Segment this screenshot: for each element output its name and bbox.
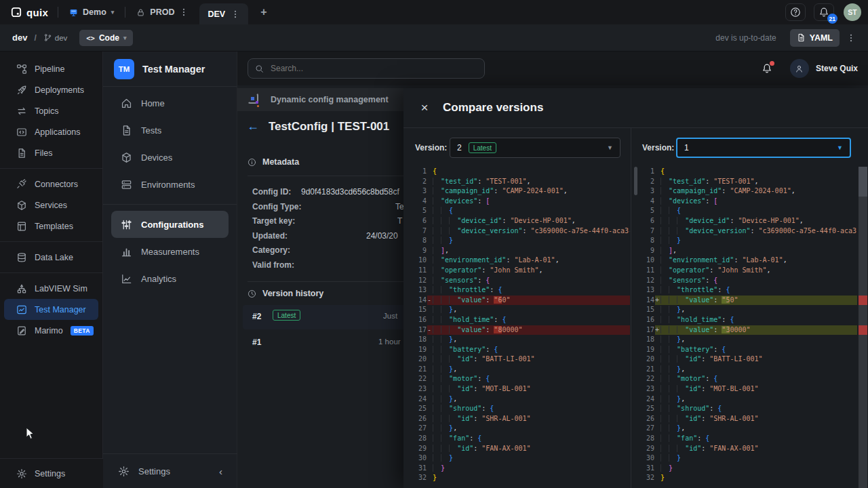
code-text: }, (660, 335, 685, 345)
tm-sidebar-item-devices[interactable]: Devices (111, 144, 229, 171)
sidebar-item-services[interactable]: Services (4, 195, 98, 216)
env-tab-dev[interactable]: DEV (199, 3, 248, 24)
project-name[interactable]: dev (12, 33, 27, 43)
collapse-sidebar-icon[interactable]: ‹ (219, 466, 222, 477)
sidebar-item-test-manager[interactable]: Test Manager (4, 299, 98, 320)
tm-sidebar-item-measurements[interactable]: Measurements (111, 238, 229, 265)
kebab-menu-icon[interactable] (846, 33, 856, 43)
version-row-1[interactable]: #11 hour (243, 331, 414, 355)
help-button[interactable] (785, 3, 806, 21)
env-tab-prod[interactable]: PROD (131, 7, 194, 17)
sidebar-item-data-lake[interactable]: Data Lake (4, 247, 98, 268)
sidebar-item-applications[interactable]: Applications (4, 121, 98, 142)
mouse-cursor (26, 427, 35, 441)
analytics-icon (121, 273, 132, 285)
diff-editor-left[interactable]: 1{2 "test_id": "TEST-001",3 "campaign_id… (403, 167, 630, 488)
divider (248, 281, 429, 282)
scrollbar-thumb-left[interactable] (634, 167, 637, 195)
workspace-switcher[interactable]: Demo ▾ (64, 7, 119, 17)
sidebar-item-templates[interactable]: Templates (4, 216, 98, 237)
user-avatar[interactable] (790, 59, 809, 78)
code-text: "device_version": "c369000c-a75e-44f0-ac… (433, 226, 630, 237)
tm-sidebar-item-label: Home (141, 98, 165, 108)
code-line: 27 }, (631, 424, 857, 434)
sidebar-item-marimo[interactable]: MarimoBETA (4, 320, 98, 341)
sidebar-item-topics[interactable]: Topics (4, 100, 98, 121)
quix-logo[interactable]: quix (7, 7, 52, 18)
diff-editor-right[interactable]: 1{2 "test_id": "TEST-001",3 "campaign_id… (631, 167, 857, 488)
kebab-menu-icon[interactable] (179, 7, 189, 17)
compare-panel-header: × Compare versions (403, 88, 868, 127)
line-number: 19 (631, 345, 655, 355)
app-notifications-button[interactable] (762, 63, 772, 74)
version-row-2[interactable]: #2LatestJust (243, 305, 414, 329)
code-text: }, (660, 394, 685, 405)
divider (403, 127, 868, 128)
metadata-label: Target key: (252, 216, 295, 226)
notifications-button[interactable]: 21 (814, 3, 834, 21)
code-text: "id": "BATT-LI-001" (433, 354, 535, 365)
search-input[interactable] (269, 63, 459, 74)
code-text: "campaign_id": "CAMP-2024-001", (433, 186, 568, 197)
diff-sign (427, 256, 433, 266)
tm-sidebar-footer[interactable]: Settings ‹ (103, 453, 237, 488)
search-box[interactable] (248, 58, 485, 79)
tm-sidebar-item-analytics[interactable]: Analytics (111, 265, 229, 292)
line-number: 23 (403, 384, 427, 394)
brand-name: quix (26, 7, 48, 18)
new-env-tab-button[interactable]: + (254, 6, 273, 18)
metadata-section-header: Metadata (248, 157, 299, 167)
line-number: 19 (403, 345, 427, 355)
code-line: 29 "id": "FAN-AX-001" (631, 444, 857, 454)
branch-selector[interactable]: dev (43, 33, 68, 42)
sidebar-item-deployments[interactable]: Deployments (4, 79, 98, 100)
version-select-left[interactable]: 2 Latest ▼ (450, 138, 620, 158)
sidebar-item-connectors[interactable]: Connectors (4, 174, 98, 195)
code-line: 25 "shroud": { (631, 404, 857, 414)
user-avatar[interactable]: ST (844, 3, 861, 21)
diff-sign (427, 414, 433, 424)
kebab-menu-icon[interactable] (231, 9, 240, 19)
quix-logo-icon (11, 7, 22, 18)
code-view-button[interactable]: <> Code ▾ (79, 30, 133, 46)
diff-sign (427, 394, 433, 405)
diff-sign (427, 276, 433, 286)
yaml-button[interactable]: YAML (790, 29, 840, 47)
diff-sign: + (655, 325, 660, 336)
code-text: "motor": { (660, 374, 717, 384)
line-number: 31 (403, 464, 427, 474)
code-line: 4 "devices": [ (631, 197, 857, 207)
diff-sign (655, 167, 660, 177)
diff-sign (427, 285, 433, 296)
sidebar-item-pipeline[interactable]: Pipeline (4, 58, 98, 79)
code-text: "id": "MOT-BL-001" (433, 384, 531, 394)
code-line: 1{ (631, 167, 857, 177)
back-button[interactable]: ← (247, 119, 259, 134)
code-text: }, (660, 365, 685, 375)
tm-sidebar-item-configurations[interactable]: Configurations (111, 211, 229, 238)
sidebar-item-labview-sim[interactable]: LabVIEW Sim (4, 278, 98, 299)
diff-sign (427, 335, 433, 345)
sidebar-item-settings[interactable]: Settings (4, 463, 99, 484)
compare-versions-panel: × Compare versions Version: 2 Latest ▼ V… (403, 88, 868, 488)
code-line: 29 "id": "FAN-AX-001" (403, 444, 630, 454)
tm-sidebar-item-home[interactable]: Home (111, 89, 229, 117)
sidebar-item-files[interactable]: Files (4, 142, 98, 163)
line-number: 14 (631, 296, 655, 306)
version-id: #2 (252, 312, 261, 321)
version-select-right[interactable]: 1 ▼ (676, 138, 851, 158)
scrollbar-thumb-right[interactable] (859, 167, 867, 197)
code-text: "battery": { (660, 345, 726, 355)
code-line: 22 "motor": { (631, 374, 857, 384)
code-line: 17- "value": "80000" (403, 325, 630, 336)
tm-sidebar-item-tests[interactable]: Tests (111, 117, 229, 144)
code-line: 7 "device_version": "c369000c-a75e-44f0-… (631, 226, 857, 237)
diff-sign (427, 453, 433, 464)
version-label-left: Version: (415, 143, 447, 152)
close-icon[interactable]: × (417, 100, 432, 115)
tm-sidebar-item-environments[interactable]: Environments (111, 171, 229, 198)
nav-sidebar-footer: Settings (0, 458, 103, 488)
sidebar-item-label: LabVIEW Sim (35, 284, 87, 293)
files-icon (16, 148, 27, 159)
overview-ruler[interactable] (859, 167, 867, 488)
